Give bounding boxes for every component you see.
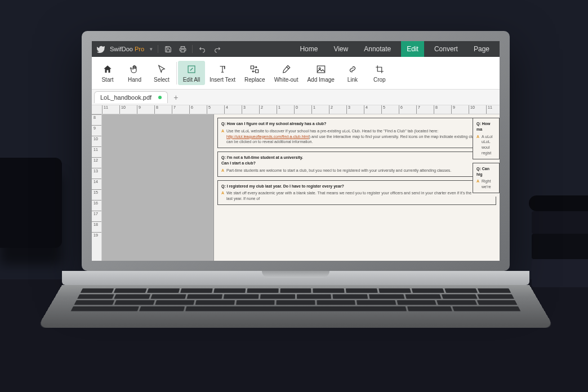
titlebar: SwifDoo Pro ▼ Home View A (92, 41, 500, 57)
svg-rect-0 (181, 50, 185, 52)
document-workspace[interactable]: 8910111213141516171819 Q: How can I figu… (92, 114, 500, 261)
question-text: Q: I registered my club last year. Do I … (221, 184, 492, 189)
svg-rect-4 (256, 70, 259, 73)
svg-rect-5 (317, 66, 325, 73)
link-button[interactable]: Link (339, 61, 366, 85)
answer-marker: A (221, 128, 224, 145)
app-logo-icon (96, 44, 105, 54)
qa-block-partial[interactable]: Q: Can hig ARight we're (473, 163, 500, 193)
insert-text-button[interactable]: I Insert Text (205, 61, 240, 85)
svg-rect-3 (251, 66, 254, 69)
ruler-vertical: 8910111213141516171819 (92, 114, 102, 261)
menu-page[interactable]: Page (468, 41, 495, 57)
undo-icon[interactable] (197, 44, 207, 54)
print-icon[interactable] (177, 44, 188, 54)
save-icon[interactable] (163, 44, 173, 54)
redo-icon[interactable] (212, 44, 222, 54)
answer-marker: A (221, 190, 224, 202)
ribbon-toolbar: Start Hand Select Edit All I Insert (92, 57, 500, 90)
marker-icon (281, 63, 291, 75)
app-title: SwifDoo Pro (110, 46, 144, 52)
menu-view[interactable]: View (328, 41, 354, 57)
book-stack (520, 186, 588, 287)
app-dropdown-icon[interactable]: ▼ (149, 47, 153, 52)
add-image-button[interactable]: Add Image (302, 61, 338, 85)
tab-filename: LoL_handbook.pdf (100, 94, 152, 101)
document-tab[interactable]: LoL_handbook.pdf (94, 91, 168, 103)
qa-block[interactable]: Q: I registered my club last year. Do I … (217, 180, 496, 205)
replace-button[interactable]: Replace (240, 61, 270, 85)
edit-icon (186, 63, 197, 75)
start-button[interactable]: Start (94, 61, 121, 85)
crop-button[interactable]: Crop (366, 61, 393, 85)
app-window: SwifDoo Pro ▼ Home View A (92, 41, 500, 261)
link-icon (348, 63, 358, 75)
cursor-icon (157, 63, 167, 75)
answer-text: Part-time students are welcome to start … (226, 168, 492, 173)
tab-bar: LoL_handbook.pdf + (92, 90, 500, 105)
second-column: Q: How ma AA uLol uLoL woul regist Q: Ca… (473, 118, 500, 197)
qa-block[interactable]: Q: How can I figure out if my school alr… (217, 118, 496, 148)
page-margin-area (102, 114, 213, 261)
hand-button[interactable]: Hand (121, 61, 148, 85)
question-text: Q: I'm not a full-time student at a univ… (221, 155, 492, 166)
menu-home[interactable]: Home (294, 41, 323, 57)
unsaved-indicator-icon (158, 96, 162, 99)
home-icon (103, 63, 113, 75)
qa-block-partial[interactable]: Q: How ma AA uLol uLoL woul regist (473, 118, 500, 159)
qa-block[interactable]: Q: I'm not a full-time student at a univ… (217, 152, 496, 176)
image-icon (316, 63, 326, 75)
menu-convert[interactable]: Convert (429, 41, 464, 57)
menu-annotate[interactable]: Annotate (358, 41, 397, 57)
svg-text:I: I (224, 66, 225, 69)
answer-text: Use the uLoL website to discover if your… (226, 128, 492, 145)
white-out-button[interactable]: White-out (270, 61, 303, 85)
edit-all-button[interactable]: Edit All (178, 61, 205, 85)
hand-icon (130, 63, 140, 75)
question-text: Q: How can I figure out if my school alr… (221, 121, 492, 127)
menu-edit[interactable]: Edit (401, 41, 424, 57)
ruler-horizontal: 111098765432101234567891011 (92, 105, 500, 114)
hyperlink[interactable]: http://ulol.leagueoflegends.com/find-a-c… (226, 135, 309, 139)
replace-icon (249, 63, 260, 75)
answer-marker: A (221, 168, 224, 173)
select-button[interactable]: Select (148, 61, 175, 85)
text-icon: I (217, 63, 228, 75)
laptop: SwifDoo Pro ▼ Home View A (82, 31, 510, 338)
answer-text: We start off every academic year with a … (226, 190, 492, 202)
laptop-base (82, 271, 510, 338)
document-page[interactable]: Q: How can I figure out if my school alr… (213, 114, 500, 261)
crop-icon (375, 63, 385, 75)
new-tab-button[interactable]: + (168, 93, 184, 102)
coffee-mug (0, 158, 62, 248)
